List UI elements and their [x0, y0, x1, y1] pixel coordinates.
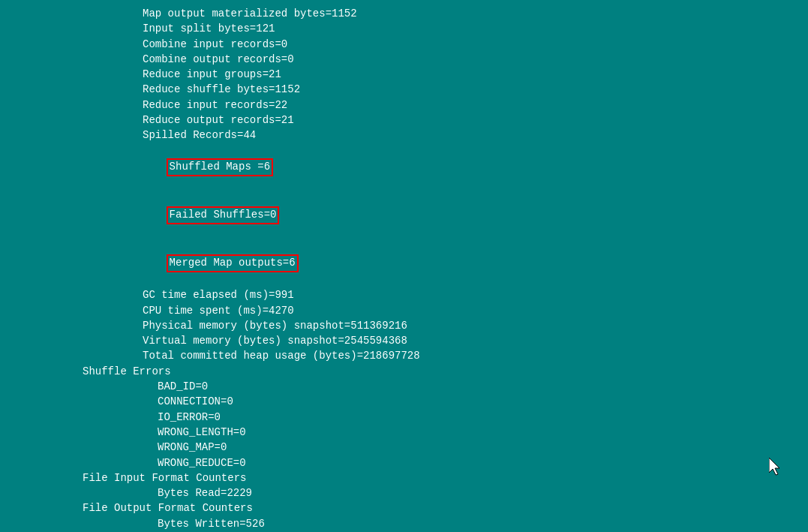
terminal-line-shuffle-errors: Shuffle Errors — [8, 364, 800, 379]
terminal-line: Reduce input records=22 — [8, 98, 800, 113]
terminal-line: BAD_ID=0 — [8, 379, 800, 394]
terminal-window: Map output materialized bytes=1152 Input… — [0, 0, 808, 532]
terminal-line: Bytes Written=526 — [8, 516, 800, 531]
terminal-line: Spilled Records=44 — [8, 128, 800, 143]
terminal-line: Reduce shuffle bytes=1152 — [8, 82, 800, 97]
terminal-line: WRONG_MAP=0 — [8, 440, 800, 455]
terminal-line: Input split bytes=121 — [8, 21, 800, 36]
terminal-line: WRONG_LENGTH=0 — [8, 425, 800, 440]
terminal-line: WRONG_REDUCE=0 — [8, 455, 800, 470]
terminal-line: CONNECTION=0 — [8, 394, 800, 409]
terminal-line-file-input: File Input Format Counters — [8, 470, 800, 485]
terminal-line: Virtual memory (bytes) snapshot=25455943… — [8, 333, 800, 348]
terminal-line: Reduce input groups=21 — [8, 67, 800, 82]
terminal-line: GC time elapsed (ms)=991 — [8, 287, 800, 302]
terminal-line: Combine input records=0 — [8, 37, 800, 52]
terminal-line: IO_ERROR=0 — [8, 410, 800, 425]
terminal-line-merged-map: Merged Map outputs=6 — [8, 239, 800, 287]
terminal-line-failed-shuffles: Failed Shuffles=0 — [8, 191, 800, 239]
terminal-line: Physical memory (bytes) snapshot=5113692… — [8, 318, 800, 333]
terminal-line-shuffled-maps: Shuffled Maps =6 — [8, 143, 800, 191]
highlight-failed-shuffles: Failed Shuffles=0 — [167, 206, 280, 224]
highlight-merged-map: Merged Map outputs=6 — [167, 254, 299, 272]
terminal-line: CPU time spent (ms)=4270 — [8, 303, 800, 318]
terminal-line: Combine output records=0 — [8, 52, 800, 67]
terminal-line: Reduce output records=21 — [8, 113, 800, 128]
terminal-line: Bytes Read=2229 — [8, 485, 800, 500]
highlight-shuffled-maps: Shuffled Maps =6 — [167, 158, 273, 176]
terminal-line: Map output materialized bytes=1152 — [8, 6, 800, 21]
terminal-line: Total committed heap usage (bytes)=21869… — [8, 348, 800, 363]
terminal-line-file-output: File Output Format Counters — [8, 500, 800, 515]
